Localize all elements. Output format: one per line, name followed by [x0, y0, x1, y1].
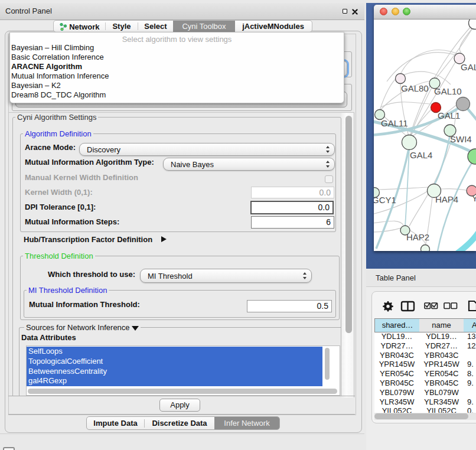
svg-text:GAL4: GAL4	[410, 150, 432, 160]
svg-text:GCY1: GCY1	[374, 195, 396, 205]
svg-text:SWI4: SWI4	[450, 134, 472, 144]
svg-text:HAP2: HAP2	[406, 232, 429, 242]
svg-text:GAL11: GAL11	[381, 118, 408, 128]
svg-text:HAP4: HAP4	[435, 194, 458, 204]
svg-text:GAL80: GAL80	[401, 83, 429, 93]
svg-text:GAL1: GAL1	[438, 110, 460, 120]
svg-text:Y: Y	[472, 193, 476, 203]
svg-text:GAL2: GAL2	[461, 62, 476, 72]
svg-text:GAL10: GAL10	[434, 86, 462, 96]
